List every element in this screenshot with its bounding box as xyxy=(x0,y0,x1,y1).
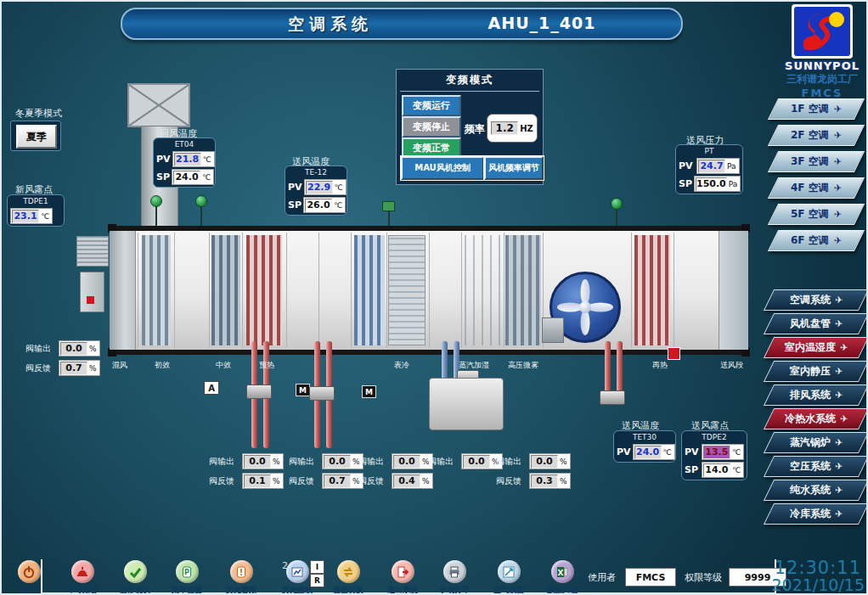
toolbar-exit[interactable]: 退出系统 xyxy=(377,560,428,595)
clock-date: 2021/10/15 xyxy=(764,575,865,594)
user-label: 使用者 xyxy=(588,571,616,584)
power-icon xyxy=(18,560,41,583)
vfd-run-button[interactable]: 变频运行 xyxy=(402,95,461,116)
system-nav-item-room-temp-humidity[interactable]: 室内温湿度✈ xyxy=(764,337,868,358)
system-nav-item-air-compressor[interactable]: 空压系统✈ xyxy=(764,456,868,477)
section-label: 送风段 xyxy=(720,360,743,371)
airplane-icon: ✈ xyxy=(835,318,843,329)
toolbar-history-alarm[interactable]: ! 历史警报 xyxy=(216,560,267,595)
valve-output-field: 0.0% xyxy=(392,453,433,469)
section-label: 中效 xyxy=(216,360,231,371)
valve-feedback-field: 0.7% xyxy=(322,473,364,489)
toolbar-menu-page[interactable]: P 菜单画面 xyxy=(161,560,212,595)
nav-label: 冷库系统 xyxy=(790,507,831,521)
sensor-tag: TET30 xyxy=(617,433,673,442)
system-nav-item-exhaust[interactable]: 排风系统✈ xyxy=(764,385,868,406)
season-mode-button[interactable]: 夏季 xyxy=(16,125,57,149)
airplane-icon: ✈ xyxy=(835,485,843,496)
control-valve[interactable] xyxy=(600,390,625,405)
valve-a-tag[interactable]: A xyxy=(204,381,219,395)
nav-label: 风机盘管 xyxy=(790,317,831,331)
nav-label: 室内静压 xyxy=(790,364,831,379)
cooling-coil xyxy=(354,235,385,345)
nav-label: 排风系统 xyxy=(790,388,831,402)
nav-label: 冷热水系统 xyxy=(785,412,836,426)
airplane-icon: ✈ xyxy=(840,413,848,424)
sp-field[interactable]: 24.0℃ xyxy=(172,169,214,185)
floor-label: 5F 空调 xyxy=(791,207,829,222)
sensor-tag: PT xyxy=(679,147,740,156)
valve-output-field: 0.0% xyxy=(529,453,571,469)
nav-label: 空压系统 xyxy=(790,459,831,474)
sensor-stem xyxy=(155,204,157,227)
nav-label: 纯水系统 xyxy=(790,483,831,497)
sensor-stem xyxy=(388,209,390,227)
valve-output-field: 0.0% xyxy=(322,453,364,469)
floor-nav-item-5f[interactable]: 5F 空调✈ xyxy=(768,204,865,225)
brand-name: SUNNYPOL xyxy=(780,59,865,72)
sp-field[interactable]: 150.0Pa xyxy=(694,176,741,192)
mist-section xyxy=(505,235,541,345)
valve-feedback-field: 0.4% xyxy=(392,473,433,489)
toolbar-ack-all[interactable]: 全部确认 xyxy=(110,560,161,595)
floor-nav-item-2f[interactable]: 2F 空调✈ xyxy=(768,125,865,146)
system-nav-item-steam-boiler[interactable]: 蒸汽锅炉✈ xyxy=(764,432,868,453)
valve-readout-group: 阀输出0.0% 阀反馈0.1% xyxy=(209,453,284,492)
vfd-panel: 变频模式 变频运行 变频停止 变频正常 频率 1.2 HZ MAU风机控制 风机… xyxy=(396,69,544,185)
airplane-icon: ✈ xyxy=(834,130,842,141)
primary-filter xyxy=(142,235,171,345)
pv-field: 21.8℃ xyxy=(172,151,215,167)
frequency-value[interactable]: 1.2 xyxy=(491,121,518,135)
humidifier-water-pipe xyxy=(442,341,448,380)
dewpoint-value-field: 23.1℃ xyxy=(10,208,53,224)
sp-field[interactable]: 26.0℃ xyxy=(303,197,346,213)
duct-braced-panel xyxy=(127,83,190,127)
page-icon: P xyxy=(176,560,199,583)
fan-freq-adjust-button[interactable]: 风机频率调节 xyxy=(484,156,544,180)
preheat-coil xyxy=(246,235,282,345)
system-nav-item-room-pressure[interactable]: 室内静压✈ xyxy=(764,361,868,382)
vfd-panel-title: 变频模式 xyxy=(400,70,539,92)
alarm-bell-icon xyxy=(71,560,94,583)
x-brace-icon xyxy=(129,85,189,126)
floor-nav-item-4f[interactable]: 4F 空调✈ xyxy=(768,177,865,199)
toolbar-print[interactable]: 手动打印 xyxy=(429,560,480,595)
toolbar-data-export[interactable]: X 数据归档 xyxy=(537,560,588,595)
system-nav-item-fancoil[interactable]: 风机盘管✈ xyxy=(764,313,868,334)
fan-hub xyxy=(579,301,591,313)
season-mode-frame: 夏季 xyxy=(10,121,61,151)
floor-label: 4F 空调 xyxy=(791,181,829,195)
brand-logo: SUNNYPOL 三利谱龙岗工厂 FMCS xyxy=(780,4,865,96)
floor-nav-item-1f[interactable]: 1F 空调✈ xyxy=(768,98,865,120)
floor-nav-item-3f[interactable]: 3F 空调✈ xyxy=(768,151,865,172)
nav-label: 空调系统 xyxy=(790,293,831,307)
valve-feedback-field: 0.1% xyxy=(242,473,284,489)
system-nav-item-chilled-hot-water[interactable]: 冷热水系统✈ xyxy=(764,408,868,429)
toolbar-login[interactable]: 登入 xyxy=(3,560,54,595)
vfd-stop-button[interactable]: 变频停止 xyxy=(402,116,461,138)
system-nav-item-ac[interactable]: 空调系统✈ xyxy=(764,289,868,311)
toolbar-screen-switch[interactable]: 画面切换 xyxy=(323,560,374,595)
sensor-tag: TDPE2 xyxy=(685,433,744,442)
wall-cabinet xyxy=(80,272,104,312)
logo-s-icon xyxy=(801,10,833,53)
valve-output-field: 0.0% xyxy=(59,340,100,356)
system-nav-item-cold-storage[interactable]: 冷库系统✈ xyxy=(764,503,868,525)
control-valve[interactable] xyxy=(246,385,272,399)
system-nav-item-pure-water[interactable]: 纯水系统✈ xyxy=(764,480,868,501)
supply-pressure-display: PT PV24.7Pa SP150.0Pa xyxy=(675,144,743,194)
toolbar-psychrometric[interactable]: 空气线图 xyxy=(483,560,534,595)
user-field[interactable]: FMCS xyxy=(625,568,676,587)
temp-sensor-dot xyxy=(611,198,623,210)
airplane-icon: ✈ xyxy=(835,461,843,472)
pv-field: 24.0℃ xyxy=(633,444,675,460)
valve-m-tag: M xyxy=(362,385,376,398)
control-valve[interactable] xyxy=(309,386,335,401)
mau-fan-control-button[interactable]: MAU风机控制 xyxy=(401,156,484,180)
toolbar-realtime-alarm[interactable]: 即时报警 xyxy=(57,560,108,595)
trend-icon xyxy=(498,560,521,583)
humidifier-tank xyxy=(429,378,504,430)
floor-nav-item-6f[interactable]: 6F 空调✈ xyxy=(768,230,865,251)
sp-field[interactable]: 14.0℃ xyxy=(702,462,744,478)
valve-m-tag: M xyxy=(296,384,310,396)
